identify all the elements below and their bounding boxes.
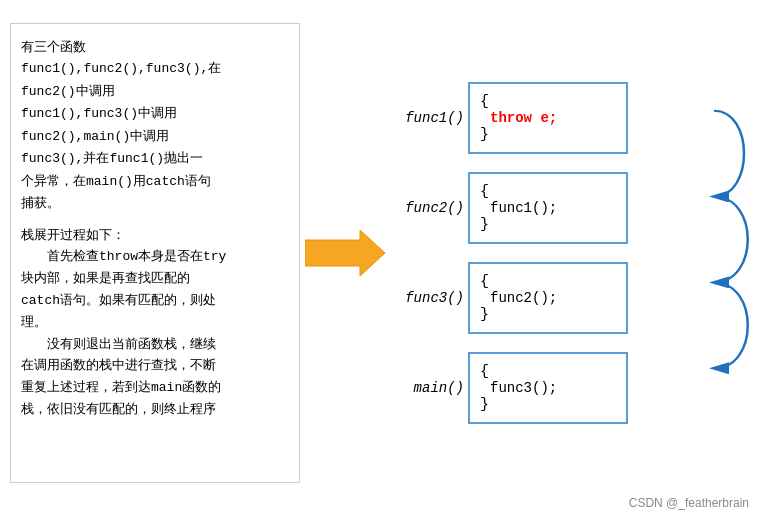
func2-row: func2() { func1(); } bbox=[400, 172, 751, 244]
main-row: main() { func3(); } bbox=[400, 352, 751, 424]
open-brace-3: { bbox=[480, 273, 616, 290]
curved-arrows-svg bbox=[704, 82, 759, 424]
left-panel: 有三个函数 func1(),func2(),func3(),在 func2()中… bbox=[10, 23, 300, 483]
func1-label: func1() bbox=[400, 110, 468, 126]
func1-box: { throw e; } bbox=[468, 82, 628, 154]
func2-label: func2() bbox=[400, 200, 468, 216]
func2-box: { func1(); } bbox=[468, 172, 628, 244]
main-container: 有三个函数 func1(),func2(),func3(),在 func2()中… bbox=[0, 0, 761, 516]
open-brace-4: { bbox=[480, 363, 616, 380]
right-wrapper: func1() { throw e; } func2() { func1(); bbox=[390, 82, 751, 424]
func3-content: func2(); bbox=[480, 290, 616, 306]
main-label: main() bbox=[400, 380, 468, 396]
close-brace-4: } bbox=[480, 396, 616, 413]
open-brace-1: { bbox=[480, 93, 616, 110]
func1-content: throw e; bbox=[480, 110, 616, 126]
right-panel: func1() { throw e; } func2() { func1(); bbox=[390, 82, 751, 424]
func2-content: func1(); bbox=[480, 200, 616, 216]
func3-box: { func2(); } bbox=[468, 262, 628, 334]
open-brace-2: { bbox=[480, 183, 616, 200]
main-box: { func3(); } bbox=[468, 352, 628, 424]
main-content: func3(); bbox=[480, 380, 616, 396]
description-text: 有三个函数 func1(),func2(),func3(),在 func2()中… bbox=[21, 36, 289, 214]
func3-row: func3() { func2(); } bbox=[400, 262, 751, 334]
stack-description: 栈展开过程如下： 首先检查throw本身是否在try 块内部，如果是再查找匹配的… bbox=[21, 224, 289, 420]
func3-label: func3() bbox=[400, 290, 468, 306]
close-brace-3: } bbox=[480, 306, 616, 323]
func1-row: func1() { throw e; } bbox=[400, 82, 751, 154]
direction-arrow bbox=[300, 228, 390, 278]
close-brace-2: } bbox=[480, 216, 616, 233]
close-brace-1: } bbox=[480, 126, 616, 143]
svg-marker-0 bbox=[305, 230, 385, 276]
watermark: CSDN @_featherbrain bbox=[629, 496, 749, 510]
